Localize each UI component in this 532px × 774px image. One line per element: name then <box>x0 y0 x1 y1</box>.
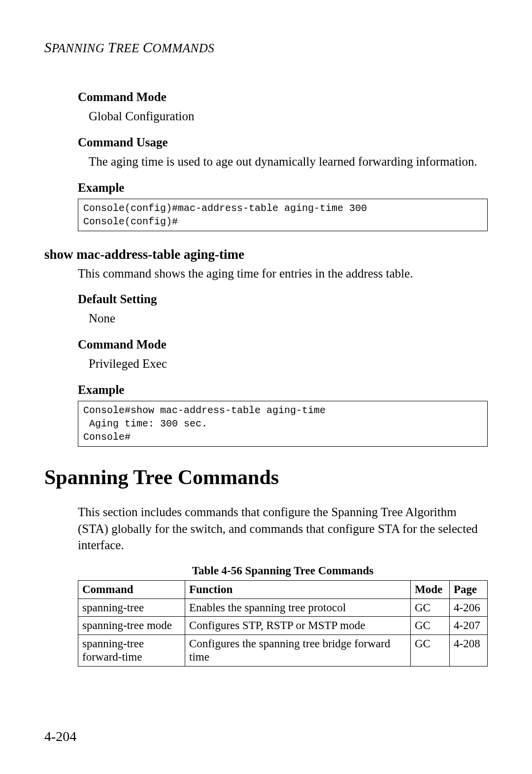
td-page: 4-208 <box>450 634 488 666</box>
text-command-mode: Global Configuration <box>89 108 488 125</box>
label-command-mode-2: Command Mode <box>78 338 488 352</box>
th-page: Page <box>450 581 488 599</box>
label-default-setting: Default Setting <box>78 292 488 306</box>
td-command: spanning-tree forward-time <box>78 634 185 666</box>
th-mode: Mode <box>411 581 450 599</box>
section-spanning-tree: This section includes commands that conf… <box>78 504 488 667</box>
table-spanning-tree: Command Function Mode Page spanning-tree… <box>78 580 488 667</box>
td-mode: GC <box>411 634 450 666</box>
page-number: 4-204 <box>44 729 76 744</box>
table-row: spanning-tree forward-time Configures th… <box>78 634 488 666</box>
td-command: spanning-tree <box>78 598 185 617</box>
table-row: spanning-tree Enables the spanning tree … <box>78 598 488 617</box>
td-mode: GC <box>411 617 450 635</box>
table-row: spanning-tree mode Configures STP, RSTP … <box>78 617 488 635</box>
page: SPANNING TREE COMMANDS Command Mode Glob… <box>0 0 532 696</box>
section-title: Spanning Tree Commands <box>44 465 488 489</box>
label-example: Example <box>78 181 488 195</box>
td-function: Configures STP, RSTP or MSTP mode <box>185 617 411 635</box>
text-default-setting: None <box>89 310 488 327</box>
example-code-2: Console#show mac-address-table aging-tim… <box>78 401 488 447</box>
table-header-row: Command Function Mode Page <box>78 581 488 599</box>
td-command: spanning-tree mode <box>78 617 185 635</box>
td-page: 4-206 <box>450 598 488 617</box>
td-function: Configures the spanning tree bridge forw… <box>185 634 411 666</box>
text-command-usage: The aging time is used to age out dynami… <box>89 153 488 170</box>
td-page: 4-207 <box>450 617 488 635</box>
label-example-2: Example <box>78 383 488 397</box>
label-command-usage: Command Usage <box>78 136 488 149</box>
table-caption: Table 4-56 Spanning Tree Commands <box>78 564 488 577</box>
section-show-mac-aging: This command shows the aging time for en… <box>78 265 488 447</box>
td-function: Enables the spanning tree protocol <box>185 598 411 617</box>
text-command-mode-2: Privileged Exec <box>89 355 488 372</box>
th-function: Function <box>185 581 411 599</box>
text-description: This command shows the aging time for en… <box>78 265 488 282</box>
example-code: Console(config)#mac-address-table aging-… <box>78 199 488 231</box>
td-mode: GC <box>411 598 450 617</box>
text-section-intro: This section includes commands that conf… <box>78 504 488 554</box>
section-prev-command: Command Mode Global Configuration Comman… <box>78 90 488 231</box>
label-command-mode: Command Mode <box>78 90 488 104</box>
running-header: SPANNING TREE COMMANDS <box>44 39 488 56</box>
th-command: Command <box>78 581 185 599</box>
heading-show-mac-aging: show mac-address-table aging-time <box>44 247 488 262</box>
